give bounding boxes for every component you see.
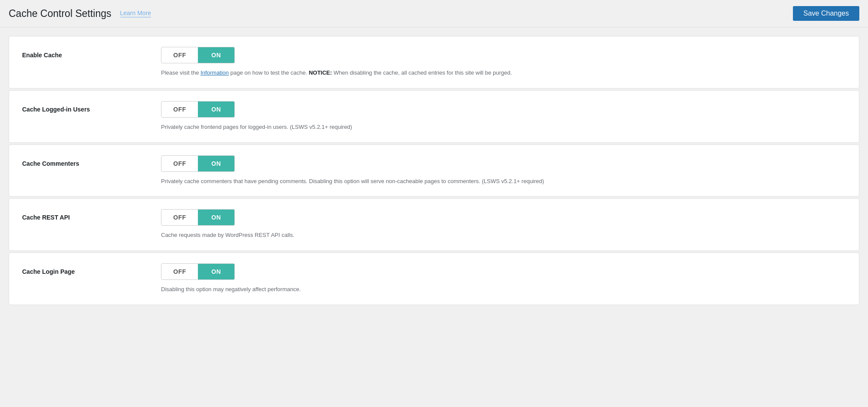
header-left: Cache Control Settings Learn More bbox=[9, 8, 151, 20]
toggle-off-logged-in-users[interactable]: OFF bbox=[161, 102, 198, 117]
setting-inner: Enable Cache OFF ON Please visit the Inf… bbox=[22, 47, 846, 78]
toggle-off-commenters[interactable]: OFF bbox=[161, 156, 198, 171]
setting-row-enable-cache: Enable Cache OFF ON Please visit the Inf… bbox=[9, 36, 859, 89]
save-changes-button[interactable]: Save Changes bbox=[793, 6, 859, 21]
setting-description-logged-in-users: Privately cache frontend pages for logge… bbox=[161, 123, 846, 132]
setting-label-commenters: Cache Commenters bbox=[22, 160, 144, 167]
setting-row-commenters: Cache Commenters OFF ON Privately cache … bbox=[9, 144, 859, 197]
information-link[interactable]: Information bbox=[201, 69, 229, 76]
setting-label-enable-cache: Enable Cache bbox=[22, 52, 144, 59]
learn-more-link[interactable]: Learn More bbox=[120, 10, 151, 17]
toggle-on-enable-cache[interactable]: ON bbox=[198, 47, 234, 63]
setting-top: Cache Commenters OFF ON bbox=[22, 155, 846, 172]
toggle-rest-api[interactable]: OFF ON bbox=[161, 209, 235, 226]
toggle-logged-in-users[interactable]: OFF ON bbox=[161, 101, 235, 118]
toggle-on-rest-api[interactable]: ON bbox=[198, 210, 234, 225]
settings-container: Enable Cache OFF ON Please visit the Inf… bbox=[0, 27, 868, 314]
toggle-off-rest-api[interactable]: OFF bbox=[161, 210, 198, 225]
setting-row-rest-api: Cache REST API OFF ON Cache requests mad… bbox=[9, 198, 859, 251]
setting-top: Cache REST API OFF ON bbox=[22, 209, 846, 226]
setting-top: Enable Cache OFF ON bbox=[22, 47, 846, 63]
header: Cache Control Settings Learn More Save C… bbox=[0, 0, 868, 27]
setting-label-login-page: Cache Login Page bbox=[22, 268, 144, 275]
setting-inner: Cache Logged-in Users OFF ON Privately c… bbox=[22, 101, 846, 132]
page-title: Cache Control Settings bbox=[9, 8, 112, 20]
setting-inner: Cache Login Page OFF ON Disabling this o… bbox=[22, 263, 846, 294]
setting-row-login-page: Cache Login Page OFF ON Disabling this o… bbox=[9, 253, 859, 305]
setting-inner: Cache REST API OFF ON Cache requests mad… bbox=[22, 209, 846, 240]
setting-label-logged-in-users: Cache Logged-in Users bbox=[22, 106, 144, 113]
page-wrapper: Cache Control Settings Learn More Save C… bbox=[0, 0, 868, 407]
toggle-commenters[interactable]: OFF ON bbox=[161, 155, 235, 172]
toggle-on-logged-in-users[interactable]: ON bbox=[198, 102, 234, 117]
setting-label-rest-api: Cache REST API bbox=[22, 214, 144, 221]
setting-top: Cache Login Page OFF ON bbox=[22, 263, 846, 280]
setting-description-enable-cache: Please visit the Information page on how… bbox=[161, 69, 846, 78]
toggle-off-login-page[interactable]: OFF bbox=[161, 264, 198, 279]
toggle-on-login-page[interactable]: ON bbox=[198, 264, 234, 279]
toggle-off-enable-cache[interactable]: OFF bbox=[161, 47, 198, 63]
toggle-on-commenters[interactable]: ON bbox=[198, 156, 234, 171]
setting-description-rest-api: Cache requests made by WordPress REST AP… bbox=[161, 231, 846, 240]
toggle-login-page[interactable]: OFF ON bbox=[161, 263, 235, 280]
setting-description-login-page: Disabling this option may negatively aff… bbox=[161, 285, 846, 294]
setting-description-commenters: Privately cache commenters that have pen… bbox=[161, 177, 846, 186]
setting-row-logged-in-users: Cache Logged-in Users OFF ON Privately c… bbox=[9, 90, 859, 143]
setting-inner: Cache Commenters OFF ON Privately cache … bbox=[22, 155, 846, 186]
setting-top: Cache Logged-in Users OFF ON bbox=[22, 101, 846, 118]
toggle-enable-cache[interactable]: OFF ON bbox=[161, 47, 235, 63]
